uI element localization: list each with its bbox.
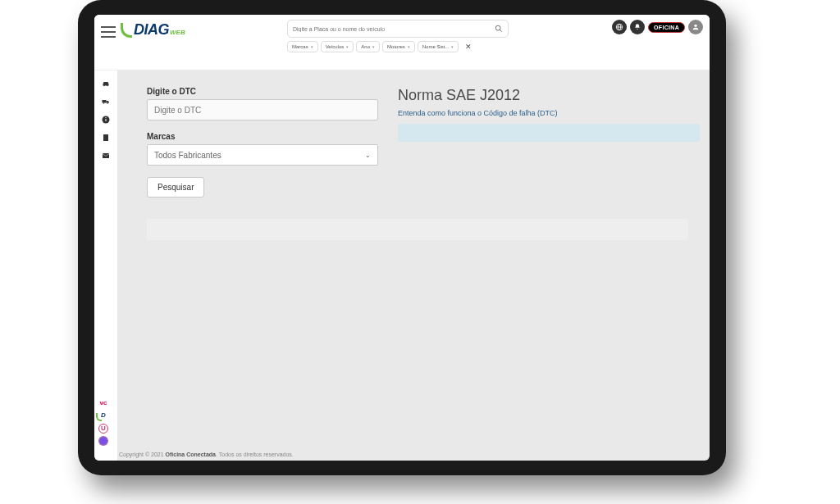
filter-motores[interactable]: Motores▾ [382, 41, 415, 52]
logo-sub: WEB [170, 29, 185, 36]
vc-icon[interactable]: vc [98, 399, 109, 409]
svg-rect-14 [103, 134, 108, 141]
results-placeholder [147, 219, 688, 240]
filter-clear-icon[interactable]: ✕ [463, 41, 474, 52]
globe-icon[interactable] [612, 20, 627, 34]
filter-row: Marcas▾ Veículos▾ Ano▾ Motores▾ Nome Sis… [287, 41, 509, 52]
sidebar-car-icon[interactable] [100, 79, 112, 89]
content: Digite o DTC Marcas Todos Fabricantes ⌄ … [117, 70, 710, 461]
m-icon[interactable] [98, 436, 108, 446]
marcas-select[interactable]: Todos Fabricantes ⌄ [147, 144, 378, 166]
oficina-badge[interactable]: OFICINA [648, 22, 685, 33]
info-band [398, 124, 700, 142]
filter-ano[interactable]: Ano▾ [356, 41, 380, 52]
search-panel: Marcas▾ Veículos▾ Ano▾ Motores▾ Nome Sis… [287, 20, 509, 52]
svg-point-9 [103, 102, 105, 104]
filter-marcas[interactable]: Marcas▾ [287, 41, 318, 52]
body: Digite o DTC Marcas Todos Fabricantes ⌄ … [94, 70, 710, 461]
u-icon[interactable]: U [98, 424, 108, 434]
sidebar-mail-icon[interactable] [100, 151, 112, 161]
norma-title: Norma SAE J2012 [398, 87, 700, 104]
svg-rect-13 [106, 117, 107, 118]
filter-sistema[interactable]: Nome Sist...▾ [418, 41, 459, 52]
app-screen: DIAG WEB Marcas▾ Veículos▾ Ano▾ Motores▾… [94, 15, 710, 461]
dtc-input[interactable] [147, 99, 378, 120]
svg-point-5 [694, 25, 696, 27]
svg-point-7 [107, 85, 108, 87]
search-button[interactable]: Pesquisar [147, 177, 204, 198]
svg-rect-15 [103, 153, 109, 158]
search-row [287, 20, 509, 38]
svg-rect-8 [103, 100, 107, 103]
norma-link[interactable]: Entenda como funciona o Código de falha … [398, 109, 700, 117]
sidebar-truck-icon[interactable] [100, 97, 112, 107]
marcas-label: Marcas [147, 132, 378, 141]
search-icon[interactable] [495, 25, 503, 33]
header-right: OFICINA [612, 20, 703, 34]
sidebar-info-icon[interactable] [100, 115, 112, 125]
marcas-selected: Todos Fabricantes [154, 151, 221, 160]
topbar: DIAG WEB Marcas▾ Veículos▾ Ano▾ Motores▾… [94, 15, 710, 70]
svg-point-0 [495, 25, 500, 30]
menu-icon[interactable] [101, 25, 116, 39]
footer: Copyright © 2021 Oficina Conectada. Todo… [119, 452, 294, 457]
svg-point-10 [107, 102, 108, 104]
svg-point-6 [103, 85, 105, 87]
sidebar-doc-icon[interactable] [100, 133, 112, 143]
mini-icons: vc D U [98, 399, 109, 446]
diag-mini-icon[interactable]: D [98, 411, 109, 421]
bell-icon[interactable] [630, 20, 645, 34]
svg-rect-12 [106, 119, 107, 121]
dtc-label: Digite o DTC [147, 87, 378, 96]
filter-veiculos[interactable]: Veículos▾ [321, 41, 354, 52]
tablet-frame: DIAG WEB Marcas▾ Veículos▾ Ano▾ Motores▾… [78, 0, 726, 475]
svg-line-1 [500, 30, 502, 32]
user-icon[interactable] [688, 20, 703, 34]
chevron-down-icon: ⌄ [365, 152, 371, 159]
logo[interactable]: DIAG WEB [121, 21, 185, 39]
vehicle-search-input[interactable] [293, 26, 495, 32]
logo-swoosh-icon [121, 23, 132, 38]
logo-main: DIAG [134, 21, 169, 39]
